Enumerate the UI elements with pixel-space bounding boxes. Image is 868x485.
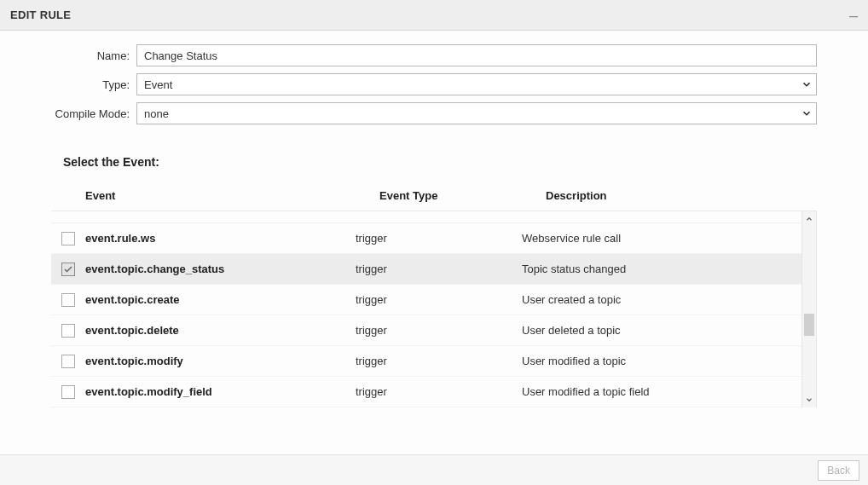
col-header-type: Event Type	[379, 189, 546, 202]
cell-desc: User created a topic	[522, 293, 817, 306]
checkbox-icon[interactable]	[61, 232, 75, 245]
chevron-down-icon	[797, 107, 816, 119]
checkbox-icon[interactable]	[61, 385, 75, 399]
checkbox-icon[interactable]	[61, 324, 75, 338]
name-input[interactable]	[136, 44, 817, 66]
table-row[interactable]: event.rule.ws trigger Webservice rule ca…	[51, 223, 817, 254]
type-label: Type:	[51, 78, 136, 91]
cell-event: event.topic.modify	[85, 355, 356, 367]
cell-desc: Webservice rule call	[522, 232, 817, 245]
table-header: Event Event Type Description	[51, 181, 817, 211]
checkbox-icon[interactable]	[61, 355, 75, 368]
cell-desc: User modified a topic	[522, 355, 817, 367]
compile-label: Compile Mode:	[51, 107, 136, 120]
cell-event: event.rule.ws	[85, 232, 356, 245]
cell-type: trigger	[356, 385, 522, 398]
partial-row	[51, 211, 817, 223]
dialog-header: EDIT RULE –	[0, 0, 868, 31]
type-select-value: Event	[137, 76, 797, 94]
event-section: Select the Event: Event Event Type Descr…	[0, 155, 868, 407]
cell-type: trigger	[356, 355, 522, 367]
chevron-down-icon	[797, 78, 816, 90]
checkbox-icon[interactable]	[61, 293, 75, 307]
cell-event: event.topic.modify_field	[85, 385, 356, 398]
compile-select-value: none	[137, 105, 797, 123]
col-header-event: Event	[85, 189, 379, 202]
dialog-title: EDIT RULE	[10, 9, 71, 21]
scroll-up-icon[interactable]	[802, 211, 816, 227]
name-label: Name:	[51, 49, 136, 62]
form-row-type: Type: Event	[51, 73, 817, 95]
cell-desc: Topic status changed	[522, 263, 817, 275]
cell-event: event.topic.delete	[85, 324, 356, 337]
cell-desc: User modified a topic field	[522, 385, 817, 398]
cell-event: event.topic.change_status	[85, 263, 356, 275]
table-row[interactable]: event.topic.delete trigger User deleted …	[51, 315, 817, 346]
scroll-down-icon[interactable]	[802, 392, 816, 407]
cell-event: event.topic.create	[85, 293, 356, 306]
section-title: Select the Event:	[63, 155, 817, 169]
table-row[interactable]: event.topic.create trigger User created …	[51, 285, 817, 315]
table-row[interactable]: event.topic.modify trigger User modified…	[51, 346, 817, 377]
event-table: Event Event Type Description event.rule.…	[51, 181, 817, 407]
col-header-desc: Description	[546, 189, 817, 202]
cell-type: trigger	[356, 324, 522, 337]
cell-type: trigger	[356, 293, 522, 306]
table-body: event.rule.ws trigger Webservice rule ca…	[51, 211, 817, 407]
form-area: Name: Type: Event Compile Mode: none	[0, 31, 868, 140]
form-row-compile: Compile Mode: none	[51, 102, 817, 124]
compile-mode-select[interactable]: none	[136, 102, 817, 124]
cell-desc: User deleted a topic	[522, 324, 817, 337]
cell-type: trigger	[356, 263, 522, 275]
dialog-footer: Back	[0, 454, 868, 485]
form-row-name: Name:	[51, 44, 817, 66]
table-row[interactable]: event.topic.change_status trigger Topic …	[51, 254, 817, 285]
scroll-thumb[interactable]	[804, 314, 814, 336]
cell-type: trigger	[356, 232, 522, 245]
minimize-icon[interactable]: –	[849, 11, 858, 20]
scrollbar[interactable]	[801, 211, 817, 407]
checkbox-icon[interactable]	[61, 263, 75, 276]
type-select[interactable]: Event	[136, 73, 817, 95]
table-row[interactable]: event.topic.modify_field trigger User mo…	[51, 377, 817, 407]
back-button[interactable]: Back	[818, 460, 859, 481]
